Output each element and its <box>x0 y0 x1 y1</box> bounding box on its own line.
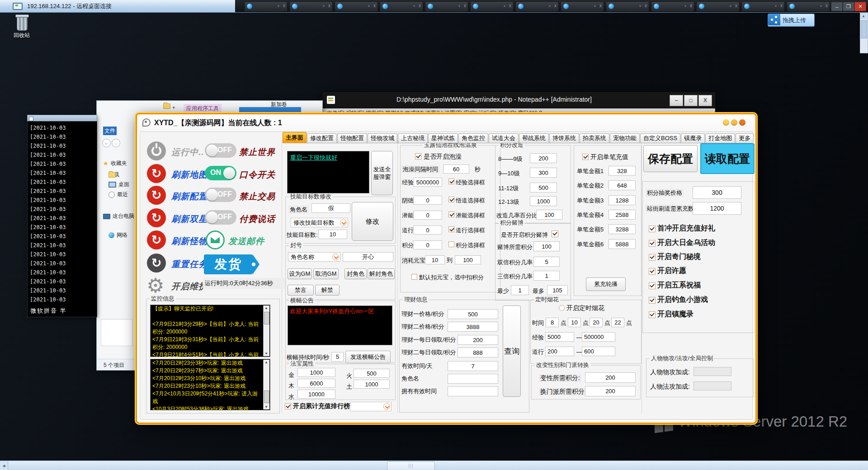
explorer-folder-icon[interactable] <box>163 103 170 109</box>
licai-row-input[interactable]: 7 <box>448 361 498 371</box>
firework-exp-min-input[interactable]: 5000 <box>545 332 574 342</box>
explorer-file-tab[interactable]: 文件 <box>103 127 117 135</box>
close-icon[interactable]: x <box>735 3 737 8</box>
gamble-enable-checkbox[interactable] <box>552 230 558 237</box>
tab-博饼系统[interactable]: 博饼系统 <box>549 133 579 143</box>
refresh-monster-button[interactable]: ↻ <box>147 230 166 249</box>
upgrade-row-input[interactable]: 300 <box>530 168 557 178</box>
tab-拍卖系统[interactable]: 拍卖系统 <box>580 133 609 143</box>
banner-duration-input[interactable]: 5 <box>331 352 344 362</box>
modify-button[interactable]: 修改 <box>352 202 393 241</box>
licai-row-input[interactable]: 500 <box>448 309 498 319</box>
spring-row-checkbox[interactable] <box>448 212 454 217</box>
tab-怪物配置[interactable]: 怪物配置 <box>337 133 367 143</box>
toggle-knob[interactable] <box>206 212 218 223</box>
chevron-down-icon[interactable]: ▾ <box>594 4 596 8</box>
paid-chat-toggle[interactable]: OFF <box>205 210 236 225</box>
upgrade-row-input[interactable]: 200 <box>530 153 557 163</box>
scrollbar-thumb[interactable] <box>264 390 269 403</box>
rdp-tab[interactable]: x▾ <box>380 1 423 12</box>
send-popup-button[interactable]: 发送全服弹窗 <box>371 151 393 195</box>
tab-镇魔录[interactable]: 镇魔录 <box>681 133 705 143</box>
ban-mode-select[interactable]: 角色名称 <box>288 252 340 262</box>
tab-星神试炼[interactable]: 星神试炼 <box>428 133 458 143</box>
scroll-left-icon[interactable]: ◄ <box>0 461 8 470</box>
firework-time-input[interactable]: 8 <box>546 318 559 327</box>
attack-row-input[interactable] <box>693 381 731 390</box>
upgrade-chance-input[interactable]: 100 <box>536 210 562 220</box>
tab-修改配置[interactable]: 修改配置 <box>307 133 337 143</box>
firework-time-input[interactable]: 10 <box>568 318 581 327</box>
minimize-button[interactable]: – <box>831 2 843 11</box>
send-banner-button[interactable]: 发送横幅公告 <box>345 351 391 363</box>
tab-角色监控[interactable]: 角色监控 <box>458 133 488 143</box>
spring-row-input[interactable]: 0 <box>413 196 442 205</box>
reset-task-button[interactable]: ↻ <box>147 254 166 273</box>
spring-row-checkbox[interactable] <box>448 197 454 202</box>
spring-cost-max-input[interactable]: 100 <box>455 255 481 264</box>
fabao-input-3[interactable]: 1000 <box>354 380 390 389</box>
scrollbar-thumb[interactable] <box>264 312 269 324</box>
fabao-input-0[interactable]: 1000 <box>297 368 335 377</box>
gamble-row-input[interactable]: 5 <box>533 257 560 267</box>
skill-mode-select[interactable]: 修改技能目标数 <box>291 218 348 227</box>
attack-row-input[interactable] <box>693 367 731 376</box>
feature-checkbox[interactable] <box>649 226 656 232</box>
feature-checkbox[interactable] <box>649 282 656 289</box>
ban-world-toggle[interactable]: OFF <box>205 143 236 158</box>
single-enable-checkbox[interactable] <box>582 154 589 160</box>
ban-trade-toggle[interactable]: OFF <box>205 188 236 202</box>
scrollbar[interactable] <box>263 360 269 409</box>
explorer-nav-item[interactable]: 网络 <box>108 231 127 239</box>
close-icon[interactable]: x <box>328 3 330 8</box>
spring-row-checkbox[interactable] <box>448 226 454 232</box>
feature-checkbox[interactable] <box>649 254 656 261</box>
set-gm-button[interactable]: 设为GM <box>288 268 312 279</box>
mute-button[interactable]: 禁言 <box>288 285 314 296</box>
close-icon[interactable]: x <box>690 3 692 8</box>
spring-row-input[interactable]: 0 <box>413 211 442 220</box>
horizontal-scrollbar[interactable]: ◄ <box>0 461 868 470</box>
rdp-tab[interactable]: x▾ <box>335 1 378 12</box>
rdp-tab[interactable]: x▾ <box>787 1 830 12</box>
gamble-row-input[interactable]: 1 <box>533 271 560 281</box>
licai-row-input[interactable]: 3888 <box>448 322 498 332</box>
fabao-input-1[interactable]: 500 <box>354 369 390 378</box>
ban-name-input[interactable]: 开心 <box>343 252 393 262</box>
toggle-knob[interactable] <box>223 167 235 179</box>
gamble-row-input[interactable]: 100 <box>533 241 560 251</box>
refresh-map-button[interactable]: ↻ <box>147 164 166 183</box>
run-status-button[interactable] <box>147 141 166 160</box>
carousel-button[interactable]: 累充轮播 <box>586 277 626 291</box>
chevron-down-icon[interactable]: ▾ <box>730 4 731 8</box>
spring-row-checkbox[interactable] <box>448 241 454 247</box>
maintenance-button[interactable]: ⚙ <box>145 275 166 296</box>
tab-宠物功能[interactable]: 宠物功能 <box>610 133 640 143</box>
chevron-down-icon[interactable]: ▾ <box>458 4 460 8</box>
single-amount-input[interactable]: 648 <box>609 180 636 190</box>
tab-怪物攻城[interactable]: 怪物攻城 <box>368 133 397 143</box>
rdp-tab[interactable]: x▾ <box>425 1 468 12</box>
single-amount-input[interactable]: 328 <box>609 166 636 176</box>
gamble-max-input[interactable]: 105 <box>547 285 568 295</box>
scrollbar[interactable] <box>263 306 269 356</box>
chevron-down-icon[interactable]: ▾ <box>323 4 325 8</box>
tab-打金地图[interactable]: 打金地图 <box>705 133 735 143</box>
firework-dao-min-input[interactable]: 200 <box>545 347 574 356</box>
single-amount-input[interactable]: 2588 <box>609 210 636 220</box>
ban-role-button[interactable]: 封角色 <box>344 268 367 279</box>
recycle-bin[interactable]: 回收站 <box>10 14 33 43</box>
spring-row-checkbox[interactable] <box>448 179 454 184</box>
toggle-knob[interactable] <box>206 189 218 201</box>
desktop-vertical-scrollbar[interactable]: ▲ <box>860 13 868 53</box>
feature-checkbox[interactable] <box>649 297 656 304</box>
password-switch-toggle[interactable]: ON <box>205 166 236 180</box>
firework-time-input[interactable]: 22 <box>611 318 624 327</box>
chevron-down-icon[interactable]: ▾ <box>413 4 415 8</box>
skill-target-input[interactable]: 10 <box>318 230 347 239</box>
rdp-tab[interactable]: x▾ <box>606 1 649 12</box>
single-amount-input[interactable]: 1288 <box>609 195 636 205</box>
firework-time-input[interactable]: 20 <box>590 318 603 327</box>
chevron-down-icon[interactable]: ▾ <box>549 4 551 8</box>
explorer-nav-item[interactable]: 最近 <box>108 191 128 198</box>
